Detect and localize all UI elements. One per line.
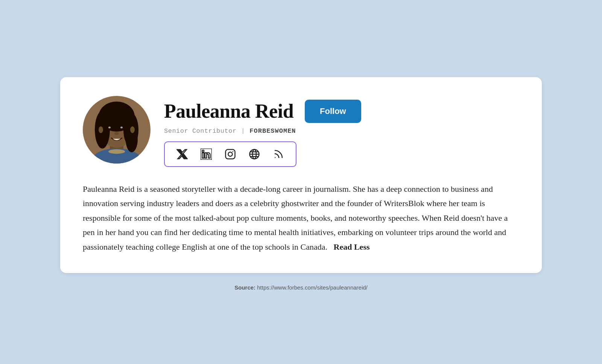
contributor-row: Senior Contributor | FORBESWOMEN	[164, 127, 519, 135]
source-url: https://www.forbes.com/sites/pauleannare…	[257, 284, 367, 291]
social-icons-box	[164, 141, 296, 167]
profile-info: Pauleanna Reid Follow Senior Contributor…	[164, 96, 519, 167]
svg-point-8	[101, 106, 132, 122]
contributor-section: FORBESWOMEN	[249, 127, 296, 135]
svg-point-19	[233, 151, 234, 152]
bio-text: Pauleanna Reid is a seasoned storyteller…	[83, 184, 508, 252]
svg-point-13	[120, 126, 123, 128]
globe-icon[interactable]	[248, 147, 261, 161]
name-follow-row: Pauleanna Reid Follow	[164, 100, 519, 123]
read-less-button[interactable]: Read Less	[334, 242, 370, 252]
contributor-label: Senior Contributor	[164, 127, 237, 135]
source-label: Source:	[234, 284, 255, 291]
instagram-icon[interactable]	[223, 147, 237, 161]
svg-point-3	[108, 149, 125, 154]
profile-section: Pauleanna Reid Follow Senior Contributor…	[83, 96, 519, 167]
linkedin-icon[interactable]	[199, 147, 213, 161]
svg-point-14	[114, 132, 119, 135]
svg-point-25	[275, 157, 276, 158]
svg-point-18	[228, 152, 232, 156]
divider: |	[241, 127, 245, 135]
avatar	[83, 96, 150, 164]
rss-icon[interactable]	[272, 147, 285, 161]
svg-rect-17	[226, 149, 235, 159]
source-bar: Source: https://www.forbes.com/sites/pau…	[234, 284, 368, 291]
twitter-x-icon[interactable]	[175, 147, 189, 161]
svg-point-16	[130, 126, 135, 133]
author-name: Pauleanna Reid	[164, 100, 293, 122]
follow-button[interactable]: Follow	[305, 100, 361, 123]
svg-point-12	[108, 126, 111, 128]
page-wrapper: Pauleanna Reid Follow Senior Contributor…	[0, 62, 602, 302]
svg-point-15	[99, 126, 103, 133]
bio-section: Pauleanna Reid is a seasoned storyteller…	[83, 182, 519, 255]
author-card: Pauleanna Reid Follow Senior Contributor…	[60, 77, 542, 273]
